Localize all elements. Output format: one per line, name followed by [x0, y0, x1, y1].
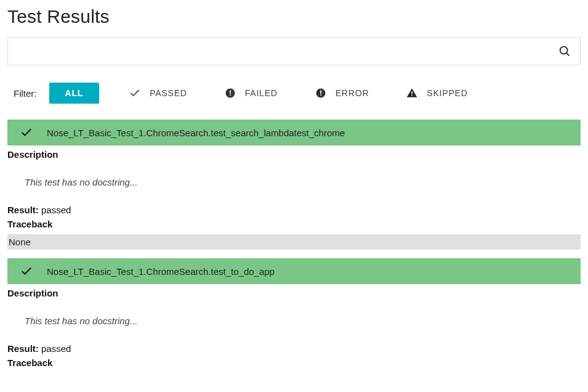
check-icon: [20, 264, 33, 278]
test-name: Nose_LT_Basic_Test_1.ChromeSearch.test_s…: [47, 128, 345, 138]
svg-rect-9: [411, 95, 413, 96]
traceback-heading: Traceback: [7, 215, 581, 229]
filter-passed[interactable]: PASSED: [125, 83, 198, 104]
spacer: [7, 250, 581, 258]
check-icon: [129, 87, 141, 99]
result-value: passed: [41, 205, 71, 215]
svg-rect-3: [230, 90, 231, 94]
filter-label: Filter:: [7, 88, 37, 99]
filter-skipped[interactable]: SKIPPED: [402, 83, 478, 104]
search-icon[interactable]: [558, 44, 571, 58]
test-result: Result: passed: [7, 343, 581, 354]
error-icon: [224, 87, 236, 99]
test-name: Nose_LT_Basic_Test_1.ChromeSearch.test_t…: [47, 266, 275, 277]
test-header-passed[interactable]: Nose_LT_Basic_Test_1.ChromeSearch.test_s…: [7, 120, 581, 145]
warning-icon: [406, 87, 418, 99]
traceback-output: None: [7, 234, 581, 250]
result-prefix: Result:: [7, 343, 41, 354]
search-input[interactable]: [17, 38, 558, 65]
svg-line-1: [566, 53, 569, 55]
filter-failed[interactable]: FAILED: [220, 83, 289, 104]
svg-rect-4: [230, 95, 231, 96]
error-icon: [315, 87, 327, 99]
filter-all-label: ALL: [65, 88, 84, 98]
result-value: passed: [41, 343, 71, 354]
check-icon: [20, 126, 33, 139]
svg-rect-6: [320, 90, 321, 94]
filter-skipped-label: SKIPPED: [427, 88, 467, 98]
filter-error[interactable]: ERROR: [311, 83, 381, 104]
svg-rect-8: [411, 92, 413, 94]
filter-row: Filter: ALL PASSED FAILED: [7, 83, 581, 104]
test-block: Nose_LT_Basic_Test_1.ChromeSearch.test_s…: [7, 120, 581, 250]
page-title: Test Results: [7, 6, 581, 27]
test-result: Result: passed: [7, 205, 581, 215]
filter-passed-label: PASSED: [150, 88, 187, 98]
test-block: Nose_LT_Basic_Test_1.ChromeSearch.test_t…: [7, 258, 581, 368]
filter-error-label: ERROR: [336, 88, 369, 98]
test-description: This test has no docstring...: [7, 298, 581, 343]
description-heading: Description: [7, 145, 581, 160]
traceback-heading: Traceback: [7, 354, 581, 368]
svg-rect-7: [320, 95, 321, 96]
test-header-passed[interactable]: Nose_LT_Basic_Test_1.ChromeSearch.test_t…: [7, 258, 581, 284]
test-description: This test has no docstring...: [7, 160, 581, 205]
filter-all[interactable]: ALL: [49, 83, 100, 104]
description-heading: Description: [7, 284, 581, 298]
svg-point-0: [560, 47, 568, 54]
search-bar[interactable]: [7, 37, 581, 65]
filter-failed-label: FAILED: [245, 88, 278, 98]
result-prefix: Result:: [7, 205, 41, 215]
